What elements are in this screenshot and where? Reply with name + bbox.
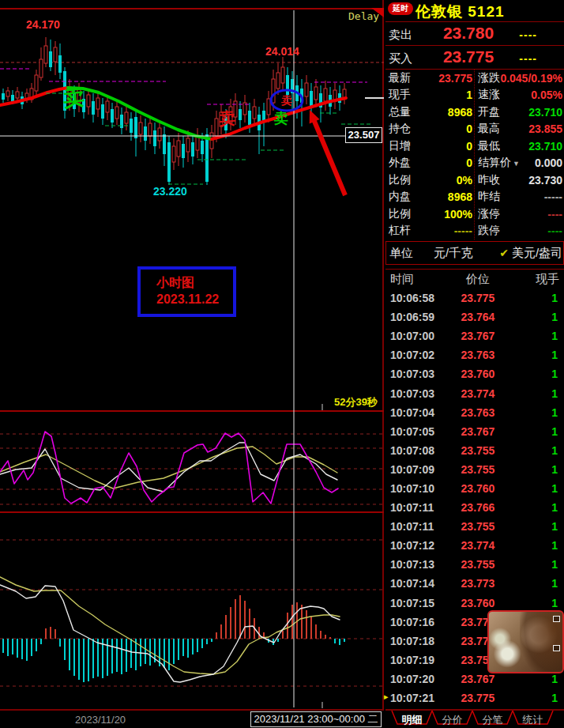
tick-row: 10:07:0023.7671 xyxy=(385,326,564,345)
tick-list-header: 时间 价位 现手 xyxy=(385,270,564,289)
tab-trades[interactable]: 分笔 xyxy=(472,713,513,727)
quote-row: 比例0% xyxy=(385,172,474,189)
quote-row: 涨停---- xyxy=(475,206,564,223)
quote-row: 速涨0.05% xyxy=(475,87,564,104)
sell-mark-red: 卖 xyxy=(218,107,236,130)
tick-row: 10:07:1223.7741 xyxy=(385,536,564,555)
delay-indicator: Delay xyxy=(348,10,379,22)
quote-grid-left: 最新23.775现手1总量8968持仓0日增0外盘0比例0%内盘8968比例10… xyxy=(385,70,475,240)
tick-row: 10:07:0523.7671 xyxy=(385,422,564,441)
delay-badge: 延时 xyxy=(388,2,413,15)
check-icon: ✔ xyxy=(499,247,509,259)
tick-row: 10:07:0323.7741 xyxy=(385,383,564,402)
annotation-box: 小时图 2023.11.22 xyxy=(137,266,236,317)
swing-low-label: 23.220 xyxy=(153,185,187,198)
annotation-line2: 2023.11.22 xyxy=(156,291,233,307)
trading-terminal: 24.170 24.014 23.220 Delay 23.507 52分39秒… xyxy=(0,0,564,728)
quote-row: 最低23.710 xyxy=(475,138,564,155)
crosshair-price-tag: 23.507 xyxy=(345,127,382,143)
quote-row: 最高23.855 xyxy=(475,121,564,138)
bid-volume: ---- xyxy=(519,52,537,65)
unit-row: 单位 元/千克 ✔ 美元/盎司 xyxy=(385,241,564,265)
sell-mark-green-large: 卖 xyxy=(62,83,86,114)
quote-row: 昨收23.730 xyxy=(475,172,564,189)
swing-high-label: 24.170 xyxy=(26,18,60,31)
tick-row: 10:07:1123.7551 xyxy=(385,517,564,536)
quote-row: 持仓0 xyxy=(385,121,474,138)
quote-row: 杠杆----- xyxy=(385,223,474,240)
popup-window-icon[interactable] xyxy=(553,616,560,622)
tick-row: 10:07:0823.7551 xyxy=(385,441,564,460)
tick-row: 10:07:1123.7661 xyxy=(385,498,564,517)
quote-row: 总量8968 xyxy=(385,104,474,121)
quote-row: 开盘23.710 xyxy=(475,104,564,121)
ask-label: 卖出 xyxy=(389,28,412,43)
quote-row: 涨跌0.045/0.19% xyxy=(475,70,564,87)
bid-price: 23.775 xyxy=(425,47,512,66)
quote-row: 比例100% xyxy=(385,206,474,223)
instrument-title: 伦敦银 5121 xyxy=(415,2,505,22)
time-axis: 2023/11/20 2023/11/21 23:00~00:00 二 xyxy=(0,709,384,728)
bid-row: 买入 23.775 ---- xyxy=(385,46,564,70)
col-price: 价位 xyxy=(442,272,513,287)
quote-row: 外盘0 xyxy=(385,155,474,172)
quote-row: 跌停---- xyxy=(475,223,564,240)
sell-mark-circled: 卖 xyxy=(281,94,292,108)
quote-row: 最新23.775 xyxy=(385,70,474,87)
annotation-line1: 小时图 xyxy=(156,274,233,291)
tick-row: 10:07:1423.7731 xyxy=(385,574,564,593)
col-time: 时间 xyxy=(385,272,442,287)
promo-photo-popup[interactable] xyxy=(487,610,564,673)
chevron-down-icon[interactable]: ▼ xyxy=(513,160,520,168)
tick-row: 10:07:0323.7601 xyxy=(385,364,564,383)
ask-volume: ---- xyxy=(519,28,537,41)
tick-row: 10:07:1323.7551 xyxy=(385,555,564,574)
tick-row: 10:07:0923.7551 xyxy=(385,460,564,479)
quote-row: 昨结----- xyxy=(475,189,564,206)
quote-row: 内盘8968 xyxy=(385,189,474,206)
countdown-timer: 52分39秒 xyxy=(334,395,378,409)
tab-detail[interactable]: 明细 xyxy=(392,713,432,727)
col-volume: 现手 xyxy=(513,272,564,287)
tab-stats[interactable]: 统计 xyxy=(513,713,553,727)
quote-grid-right: 涨跌0.045/0.19%速涨0.05%开盘23.710最高23.855最低23… xyxy=(475,70,564,240)
tick-row: 10:07:1523.7601 xyxy=(385,594,564,613)
quote-row: 日增0 xyxy=(385,138,474,155)
current-row-marker: ▸ xyxy=(384,692,389,702)
main-chart-canvas[interactable] xyxy=(0,0,384,709)
tick-row: ▸10:07:2123.7751 xyxy=(385,688,564,707)
unit-label: 单位 xyxy=(389,246,413,261)
quote-row[interactable]: 结算价▼0.000 xyxy=(475,155,564,172)
chart-pane[interactable]: 24.170 24.014 23.220 Delay 23.507 52分39秒… xyxy=(0,0,384,709)
tick-row: 10:07:0423.7631 xyxy=(385,403,564,422)
unit-cny[interactable]: 元/千克 xyxy=(434,246,472,261)
quote-grid: 最新23.775现手1总量8968持仓0日增0外盘0比例0%内盘8968比例10… xyxy=(385,70,564,240)
bottom-tabs: 明细 分价 分笔 统计 xyxy=(385,709,564,728)
tick-row: 10:06:5823.7751 xyxy=(385,289,564,307)
sell-mark-green-small: 卖 xyxy=(274,109,288,128)
popup-gift-icon[interactable] xyxy=(553,645,560,651)
tick-row: 10:07:1023.7601 xyxy=(385,479,564,498)
ask-row: 卖出 23.780 ---- xyxy=(385,22,564,46)
axis-range-label: 2023/11/21 23:00~00:00 二 xyxy=(250,711,382,727)
tick-row: 10:06:5923.7641 xyxy=(385,307,564,326)
tick-row: 10:07:0223.7631 xyxy=(385,345,564,364)
instrument-header: 延时 伦敦银 5121 xyxy=(385,0,564,22)
quote-row: 现手1 xyxy=(385,87,474,104)
local-high-label: 24.014 xyxy=(265,45,299,58)
ask-price: 23.780 xyxy=(425,24,512,43)
tab-price-dist[interactable]: 分价 xyxy=(432,713,472,727)
bid-label: 买入 xyxy=(389,51,412,66)
unit-usd-checkbox[interactable]: 美元/盎司 xyxy=(512,246,562,261)
axis-date-label: 2023/11/20 xyxy=(75,714,126,726)
